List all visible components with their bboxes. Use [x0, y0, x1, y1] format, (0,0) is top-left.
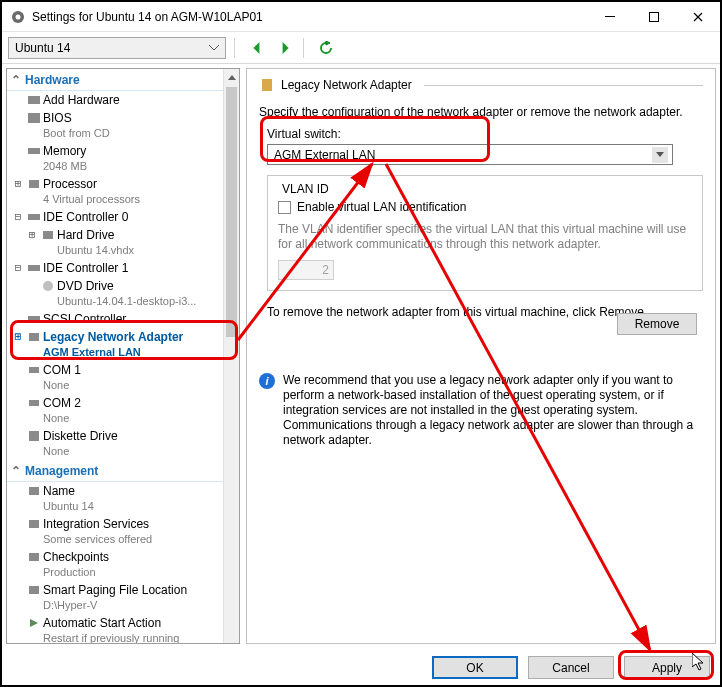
tree-label: Memory: [43, 144, 235, 158]
remove-button-label: Remove: [635, 317, 680, 331]
info-icon: i: [259, 373, 275, 389]
details-header: Legacy Network Adapter: [281, 78, 412, 92]
tree-label: Automatic Start Action: [43, 616, 235, 630]
tree-label: Diskette Drive: [43, 429, 235, 443]
tree-sublabel: None: [43, 444, 235, 458]
tree-label: DVD Drive: [57, 279, 235, 293]
svg-rect-18: [29, 520, 39, 528]
vlan-id-group: VLAN ID Enable virtual LAN identificatio…: [267, 175, 703, 291]
tree-sublabel: Some services offered: [43, 532, 235, 546]
tree-item-harddrive[interactable]: ⊞ Hard Drive Ubuntu 14.vhdx: [7, 226, 239, 259]
refresh-button[interactable]: [316, 38, 336, 58]
tree-sublabel: Production: [43, 565, 235, 579]
vlan-id-input: 2: [278, 260, 334, 280]
tree-item-legacy-network-adapter[interactable]: ⊞ Legacy Network Adapter AGM External LA…: [7, 328, 239, 361]
tree-label: Smart Paging File Location: [43, 583, 235, 597]
minimize-button[interactable]: [588, 2, 632, 32]
tree-item-ide0[interactable]: ⊟ IDE Controller 0: [7, 208, 239, 226]
ok-button[interactable]: OK: [432, 656, 518, 679]
tree-label: Hard Drive: [57, 228, 235, 242]
section-management[interactable]: ⌃ Management: [7, 460, 239, 482]
section-management-label: Management: [25, 464, 98, 478]
collapse-icon: ⌃: [11, 73, 21, 87]
vm-selector-dropdown[interactable]: Ubuntu 14: [8, 37, 226, 59]
tree-sublabel: None: [43, 378, 235, 392]
tree-item-auto-start[interactable]: Automatic Start Action Restart if previo…: [7, 614, 239, 644]
details-panel: Legacy Network Adapter Specify the confi…: [246, 68, 716, 644]
chevron-down-icon: [652, 147, 668, 163]
svg-rect-20: [29, 586, 39, 594]
svg-rect-19: [29, 553, 39, 561]
toolbar: Ubuntu 14: [2, 32, 720, 64]
tree-scrollbar[interactable]: [223, 69, 239, 643]
details-intro: Specify the configuration of the network…: [259, 105, 703, 119]
tree-item-add-hardware[interactable]: Add Hardware: [7, 91, 239, 109]
scroll-up-button[interactable]: [224, 69, 239, 85]
tree-sublabel: Restart if previously running: [43, 631, 235, 644]
tree-item-diskette[interactable]: Diskette Drive None: [7, 427, 239, 460]
tree-sublabel: Ubuntu-14.04.1-desktop-i3...: [57, 294, 235, 308]
svg-rect-8: [28, 214, 40, 220]
svg-rect-17: [29, 487, 39, 495]
cursor-icon: [692, 653, 706, 671]
tree-item-memory[interactable]: Memory 2048 MB: [7, 142, 239, 175]
cancel-label: Cancel: [552, 661, 589, 675]
tree-item-com2[interactable]: COM 2 None: [7, 394, 239, 427]
svg-rect-7: [29, 180, 39, 188]
svg-rect-21: [262, 79, 272, 91]
svg-rect-15: [29, 400, 39, 406]
svg-rect-14: [29, 367, 39, 373]
tree-item-ide1[interactable]: ⊟ IDE Controller 1: [7, 259, 239, 277]
vlan-id-value: 2: [322, 263, 329, 277]
svg-rect-6: [28, 148, 40, 154]
tree-sublabel: None: [43, 411, 235, 425]
svg-rect-13: [29, 333, 39, 341]
chevron-down-icon: [209, 45, 219, 51]
tree-item-dvddrive[interactable]: DVD Drive Ubuntu-14.04.1-desktop-i3...: [7, 277, 239, 310]
tree-label: Processor: [43, 177, 235, 191]
cancel-button[interactable]: Cancel: [528, 656, 614, 679]
tree-label: Add Hardware: [43, 93, 235, 107]
section-hardware-label: Hardware: [25, 73, 80, 87]
scroll-thumb[interactable]: [226, 87, 237, 337]
collapse-icon: ⌃: [11, 464, 21, 478]
apply-label: Apply: [652, 661, 682, 675]
svg-rect-10: [28, 265, 40, 271]
vlan-enable-checkbox[interactable]: [278, 201, 291, 214]
tree-label: Checkpoints: [43, 550, 235, 564]
tree-item-checkpoints[interactable]: Checkpoints Production: [7, 548, 239, 581]
nav-back-button[interactable]: [247, 38, 267, 58]
tree-label: Integration Services: [43, 517, 235, 531]
tree-label: SCSI Controller: [43, 312, 235, 326]
maximize-button[interactable]: [632, 2, 676, 32]
tree-sublabel: 2048 MB: [43, 159, 235, 173]
tree-sublabel: D:\Hyper-V: [43, 598, 235, 612]
svg-rect-12: [28, 316, 40, 322]
tree-label: BIOS: [43, 111, 235, 125]
tree-item-scsi[interactable]: SCSI Controller: [7, 310, 239, 328]
window-title: Settings for Ubuntu 14 on AGM-W10LAP01: [32, 10, 588, 24]
toolbar-divider: [303, 38, 304, 58]
nav-forward-button[interactable]: [275, 38, 295, 58]
tree-item-integration[interactable]: Integration Services Some services offer…: [7, 515, 239, 548]
virtual-switch-value: AGM External LAN: [274, 148, 375, 162]
vlan-group-title: VLAN ID: [278, 182, 333, 196]
settings-icon: [10, 9, 26, 25]
tree-item-processor[interactable]: ⊞ Processor 4 Virtual processors: [7, 175, 239, 208]
close-button[interactable]: [676, 2, 720, 32]
tree-item-name[interactable]: Name Ubuntu 14: [7, 482, 239, 515]
remove-button[interactable]: Remove: [617, 313, 697, 335]
header-divider: [424, 85, 703, 86]
svg-rect-3: [650, 12, 659, 21]
tree-item-smart-paging[interactable]: Smart Paging File Location D:\Hyper-V: [7, 581, 239, 614]
network-adapter-icon: [259, 77, 275, 93]
tree-item-bios[interactable]: BIOS Boot from CD: [7, 109, 239, 142]
virtual-switch-dropdown[interactable]: AGM External LAN: [267, 144, 673, 165]
tree-item-com1[interactable]: COM 1 None: [7, 361, 239, 394]
vm-selector-value: Ubuntu 14: [15, 41, 70, 55]
info-text: We recommend that you use a legacy netwo…: [283, 373, 703, 448]
tree-sublabel: Ubuntu 14.vhdx: [57, 243, 235, 257]
section-hardware[interactable]: ⌃ Hardware: [7, 69, 239, 91]
window-titlebar: Settings for Ubuntu 14 on AGM-W10LAP01: [2, 2, 720, 32]
ok-label: OK: [466, 661, 483, 675]
